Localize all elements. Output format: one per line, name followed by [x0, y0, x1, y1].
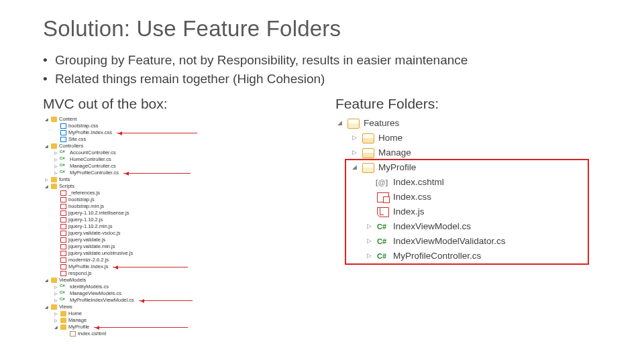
js-file-icon	[60, 237, 66, 243]
caret-icon	[44, 178, 49, 182]
tree-file: MyProfile.Index.css	[54, 129, 217, 136]
node-label: Home	[378, 131, 402, 145]
file-label: _references.js	[68, 190, 100, 196]
arrow-highlight-icon	[113, 267, 188, 267]
tree-file: IdentityModels.cs	[54, 284, 217, 290]
tree-node-features: Features	[335, 116, 594, 131]
node-label: fonts	[59, 177, 70, 183]
tree-folder: MyProfile	[54, 324, 217, 330]
file-label: MyProfile.Index.css	[68, 130, 112, 136]
tree-node-content: Content	[44, 116, 217, 123]
slide-title: Solution: Use Feature Folders	[43, 16, 601, 42]
folder-label: Home	[68, 311, 82, 317]
bullet-1-text: Grouping by Feature, not by Responsibili…	[55, 51, 468, 70]
node-label: Content	[59, 117, 76, 123]
node-label: Features	[364, 117, 399, 131]
tree-node-scripts: Scripts	[44, 183, 217, 190]
arrow-highlight-icon	[139, 300, 193, 301]
file-label: Index.css	[393, 190, 431, 204]
css-file-icon	[60, 123, 66, 129]
tree-file: Index.css	[365, 190, 594, 204]
left-heading: MVC out of the box:	[43, 96, 309, 112]
js-file-icon	[60, 190, 66, 196]
tree-file: bootstrap.min.js	[54, 203, 217, 210]
folder-icon	[60, 324, 66, 330]
caret-icon	[54, 171, 58, 176]
tree-file: jquery.validate.unobtrusive.js	[54, 250, 217, 257]
caret-icon	[54, 151, 58, 156]
caret-icon	[350, 133, 358, 143]
tree-file: AccountController.cs	[54, 149, 217, 156]
file-label: IndexViewModel.cs	[393, 220, 471, 234]
js-file-icon	[60, 217, 66, 223]
tree-file: _references.js	[54, 190, 217, 196]
bullet-dot-icon: •	[43, 70, 50, 88]
tree-file: IndexViewModel.cs	[365, 219, 594, 234]
tree-file: Index.cshtml	[63, 330, 217, 337]
cs-file-icon	[60, 157, 68, 162]
folder-icon	[60, 318, 66, 323]
file-label: modernizr-2.6.2.js	[68, 257, 109, 263]
tree-node-viewmodels: ViewModels	[44, 277, 217, 284]
cs-file-icon	[60, 170, 68, 176]
file-label: jquery-1.10.2.js	[68, 217, 103, 223]
tree-file: jquery-1.10.2.js	[54, 217, 217, 223]
tree-folder: Home	[54, 310, 217, 317]
caret-icon	[350, 163, 358, 172]
tree-file: jquery-1.10.2.min.js	[54, 223, 217, 230]
js-file-icon	[60, 271, 66, 276]
file-label: ManageController.cs	[70, 164, 116, 170]
css-file-icon	[60, 130, 66, 135]
file-label: bootstrap.css	[68, 123, 99, 129]
caret-icon	[54, 325, 58, 330]
caret-icon	[44, 305, 49, 310]
file-label: bootstrap.js	[68, 197, 95, 203]
file-label: MyProfile.Index.js	[68, 264, 108, 270]
file-label: Site.css	[68, 137, 86, 143]
caret-icon	[365, 222, 373, 231]
js-file-icon	[60, 264, 66, 269]
arrow-highlight-icon	[94, 327, 188, 328]
folder-icon	[51, 184, 57, 189]
node-label: Controllers	[59, 143, 83, 149]
caret-icon	[44, 144, 49, 149]
right-column: Feature Folders: Features Home	[335, 96, 601, 337]
tree-file: MyProfile.Index.js	[54, 263, 217, 270]
file-label: Index.js	[393, 205, 425, 219]
node-label: ViewModels	[59, 278, 86, 284]
js-file-icon	[60, 197, 66, 202]
caret-icon	[54, 312, 58, 316]
file-label: jquery-1.10.2.intellisense.js	[68, 210, 129, 217]
caret-icon	[54, 318, 58, 323]
css-file-icon	[60, 137, 66, 142]
css-file-icon	[377, 192, 389, 202]
caret-icon	[350, 148, 358, 158]
js-file-icon	[60, 210, 66, 216]
folder-icon	[60, 311, 66, 316]
node-label: MyProfile	[378, 161, 416, 175]
folder-icon	[51, 304, 57, 310]
js-file-icon	[60, 244, 66, 249]
caret-icon	[54, 298, 58, 303]
tree-file: MyProfileController.cs	[54, 170, 217, 176]
caret-icon	[365, 251, 373, 261]
tree-file: jquery.validate.min.js	[54, 243, 217, 250]
file-label: IndexViewModelValidator.cs	[393, 235, 506, 249]
bullet-list: • Grouping by Feature, not by Responsibi…	[43, 51, 601, 88]
cs-file-icon	[60, 284, 68, 290]
tree-node-manage: Manage	[350, 145, 594, 160]
left-column: MVC out of the box: Content bootstrap.cs…	[43, 96, 309, 337]
tree-file: modernizr-2.6.2.js	[54, 257, 217, 263]
js-file-icon	[60, 251, 66, 256]
tree-file: ManageController.cs	[54, 163, 217, 170]
tree-file: jquery-1.10.2.intellisense.js	[54, 210, 217, 217]
tree-file: IndexViewModelValidator.cs	[365, 234, 594, 249]
file-label: bootstrap.min.js	[68, 204, 104, 210]
folder-icon	[362, 133, 374, 143]
folder-icon	[51, 143, 57, 149]
tree-folder: Manage	[54, 317, 217, 324]
tree-file: jquery.validate-vsdoc.js	[54, 230, 217, 237]
file-label: AccountController.cs	[70, 150, 116, 156]
caret-icon	[54, 164, 58, 169]
file-label: jquery.validate.unobtrusive.js	[68, 251, 133, 257]
